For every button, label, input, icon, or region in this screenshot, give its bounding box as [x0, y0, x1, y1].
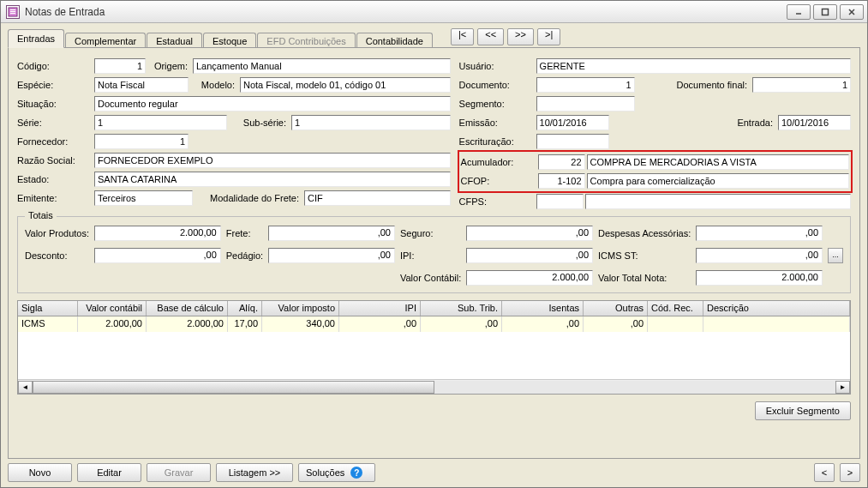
- codigo-label: Código:: [17, 61, 94, 71]
- subserie-label: Sub-série:: [227, 117, 291, 128]
- docfinal-field[interactable]: 1: [752, 77, 851, 93]
- svg-rect-2: [10, 11, 15, 12]
- origem-field[interactable]: Lançamento Manual: [193, 58, 451, 74]
- emissao-label: Emissão:: [459, 117, 536, 128]
- despesas-field[interactable]: ,00: [696, 226, 823, 241]
- grid-header-ipi[interactable]: IPI: [339, 301, 421, 316]
- grid-row[interactable]: ICMS 2.000,00 2.000,00 17,00 340,00 ,00 …: [18, 316, 850, 332]
- grid-header-valor-imposto[interactable]: Valor imposto: [262, 301, 339, 316]
- editar-button[interactable]: Editar: [77, 463, 141, 482]
- titlebar: Notas de Entrada: [1, 1, 867, 23]
- svg-rect-1: [10, 9, 15, 10]
- cfps-label: CFPS:: [459, 196, 536, 207]
- icmsst-field[interactable]: ,00: [696, 248, 823, 263]
- grid-hscrollbar[interactable]: ◄ ►: [18, 379, 850, 394]
- modfrete-field[interactable]: CIF: [304, 190, 451, 206]
- icmsst-detail-button[interactable]: ...: [828, 248, 843, 263]
- grid-header-base[interactable]: Base de cálculo: [147, 301, 228, 316]
- estado-field[interactable]: SANTA CATARINA: [94, 172, 451, 187]
- nav-first-button[interactable]: |<: [451, 28, 474, 45]
- nav-last-button[interactable]: >|: [537, 28, 560, 45]
- acumulador-desc-field[interactable]: COMPRA DE MERCADORIAS A VISTA: [587, 154, 849, 170]
- seguro-label: Seguro:: [400, 228, 461, 238]
- excluir-segmento-button[interactable]: Excluir Segmento: [755, 401, 851, 420]
- serie-field[interactable]: 1: [94, 115, 227, 130]
- cfop-desc-field[interactable]: Compra para comercialização: [587, 173, 849, 189]
- grid-header-isentas[interactable]: Isentas: [502, 301, 584, 316]
- modelo-field[interactable]: Nota Fiscal, modelo 01, código 01: [240, 77, 451, 93]
- codigo-field[interactable]: 1: [94, 58, 146, 74]
- subserie-field[interactable]: 1: [291, 115, 451, 130]
- grid-header-codrec[interactable]: Cód. Rec.: [648, 301, 703, 316]
- tabpanel-entradas: Código: 1 Origem: Lançamento Manual Espé…: [8, 47, 860, 459]
- estado-label: Estado:: [17, 174, 94, 184]
- razao-label: Razão Social:: [17, 155, 94, 166]
- cell-sigla: ICMS: [18, 316, 78, 332]
- emitente-label: Emitente:: [17, 193, 94, 203]
- emissao-field[interactable]: 10/01/2016: [536, 115, 609, 130]
- impostos-grid[interactable]: Sigla Valor contábil Base de cálculo Alí…: [17, 300, 851, 395]
- grid-header-aliq[interactable]: Alíq.: [228, 301, 262, 316]
- documento-field[interactable]: 1: [536, 77, 635, 93]
- valor-produtos-field[interactable]: 2.000,00: [94, 226, 221, 241]
- cfps-cod-field[interactable]: [536, 194, 584, 209]
- novo-button[interactable]: Novo: [8, 463, 72, 482]
- especie-label: Espécie:: [17, 80, 94, 90]
- docfinal-label: Documento final:: [635, 80, 752, 90]
- seguro-field[interactable]: ,00: [466, 226, 593, 241]
- solucoes-button[interactable]: Soluções ?: [298, 463, 375, 482]
- maximize-button[interactable]: [813, 4, 837, 20]
- valor-total-field[interactable]: 2.000,00: [696, 270, 823, 286]
- pedagio-field[interactable]: ,00: [268, 248, 395, 263]
- icmsst-label: ICMS ST:: [598, 250, 691, 261]
- valor-contabil-field[interactable]: 2.000,00: [466, 270, 593, 286]
- grid-header-sigla[interactable]: Sigla: [18, 301, 78, 316]
- desconto-label: Desconto:: [25, 250, 89, 261]
- page-prev-button[interactable]: <: [814, 463, 835, 482]
- nav-prev-button[interactable]: <<: [477, 28, 504, 45]
- grid-header-outras[interactable]: Outras: [584, 301, 648, 316]
- ipi-field[interactable]: ,00: [466, 248, 593, 263]
- minimize-button[interactable]: [787, 4, 811, 20]
- close-button[interactable]: [840, 4, 864, 20]
- desconto-field[interactable]: ,00: [94, 248, 221, 263]
- scroll-thumb[interactable]: [33, 381, 434, 394]
- nav-next-button[interactable]: >>: [507, 28, 534, 45]
- app-icon: [6, 5, 20, 19]
- origem-label: Origem:: [146, 61, 193, 71]
- especie-field[interactable]: Nota Fiscal: [94, 77, 189, 93]
- acumulador-label: Acumulador:: [461, 157, 538, 167]
- documento-label: Documento:: [459, 80, 536, 90]
- acumulador-cod-field[interactable]: 22: [538, 154, 585, 170]
- scroll-right-button[interactable]: ►: [835, 381, 850, 394]
- tabbar: Entradas Complementar Estadual Estoque E…: [8, 29, 434, 48]
- listagem-button[interactable]: Listagem >>: [216, 463, 293, 482]
- grid-header-descricao[interactable]: Descrição: [703, 301, 850, 316]
- fornecedor-field[interactable]: 1: [94, 134, 189, 149]
- cfop-label: CFOP:: [461, 176, 538, 186]
- cell-outras: ,00: [584, 316, 648, 332]
- frete-field[interactable]: ,00: [268, 226, 395, 241]
- cfps-desc-field[interactable]: [585, 194, 851, 209]
- totais-legend: Totais: [25, 210, 57, 220]
- razao-field[interactable]: FORNECEDOR EXEMPLO: [94, 153, 451, 168]
- modfrete-label: Modalidade do Frete:: [193, 193, 304, 203]
- emitente-field[interactable]: Terceiros: [94, 190, 193, 206]
- usuario-label: Usuário:: [459, 61, 536, 71]
- gravar-button[interactable]: Gravar: [147, 463, 211, 482]
- usuario-field[interactable]: GERENTE: [536, 58, 851, 74]
- cell-codrec: [648, 316, 703, 332]
- grid-header-subtrib[interactable]: Sub. Trib.: [421, 301, 502, 316]
- entrada-label: Entrada:: [718, 117, 778, 128]
- cfop-cod-field[interactable]: 1-102: [538, 173, 585, 189]
- grid-header-valor-contabil[interactable]: Valor contábil: [78, 301, 147, 316]
- cell-base: 2.000,00: [147, 316, 228, 332]
- entrada-field[interactable]: 10/01/2016: [778, 115, 851, 130]
- page-next-button[interactable]: >: [840, 463, 860, 482]
- scroll-left-button[interactable]: ◄: [18, 381, 33, 394]
- segmento-field[interactable]: [536, 96, 635, 111]
- situacao-field[interactable]: Documento regular: [94, 96, 451, 111]
- escrituracao-field[interactable]: [536, 134, 609, 149]
- tab-entradas[interactable]: Entradas: [8, 29, 64, 48]
- pedagio-label: Pedágio:: [226, 250, 263, 261]
